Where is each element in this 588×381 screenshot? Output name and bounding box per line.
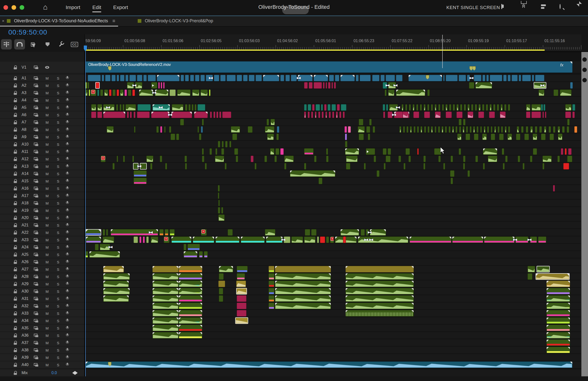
voiceover-record-icon[interactable] [66, 296, 69, 301]
clip[interactable] [567, 126, 569, 133]
clip[interactable] [169, 229, 174, 236]
clip[interactable] [332, 111, 334, 118]
clip[interactable] [317, 236, 319, 243]
voiceover-record-icon[interactable] [66, 326, 69, 330]
fade-handle-icon[interactable] [277, 75, 279, 77]
lock-icon[interactable] [14, 157, 17, 161]
fade-handle-icon[interactable] [546, 347, 549, 349]
clip[interactable] [527, 273, 532, 280]
track-lane-A32[interactable] [85, 303, 581, 309]
clip[interactable] [414, 126, 416, 133]
clip[interactable] [535, 75, 544, 81]
voiceover-record-icon[interactable] [66, 127, 69, 132]
mute-button[interactable]: M [45, 83, 49, 87]
fade-handle-icon[interactable] [536, 274, 538, 276]
clip[interactable] [134, 126, 135, 133]
sync-lock-icon[interactable] [34, 209, 38, 212]
clip[interactable] [567, 119, 570, 126]
clip[interactable] [445, 104, 447, 111]
clip[interactable] [320, 236, 325, 243]
clip[interactable] [137, 104, 151, 111]
lock-icon[interactable] [14, 282, 17, 286]
track-lane-A17[interactable] [85, 192, 581, 199]
fade-handle-icon[interactable] [406, 237, 408, 239]
clip[interactable] [179, 303, 202, 309]
voiceover-record-icon[interactable] [66, 201, 69, 205]
clip[interactable] [269, 288, 274, 295]
clip[interactable] [329, 75, 334, 81]
fade-handle-icon[interactable] [411, 303, 414, 305]
clip[interactable] [503, 163, 505, 169]
clip[interactable] [97, 111, 102, 118]
solo-button[interactable]: S [57, 157, 59, 161]
clip[interactable] [274, 156, 277, 162]
lock-icon[interactable] [14, 84, 17, 87]
clip[interactable] [546, 303, 570, 309]
clip[interactable] [291, 75, 297, 81]
clip[interactable] [275, 273, 331, 280]
mute-button[interactable]: M [45, 142, 49, 146]
lock-icon[interactable] [14, 260, 17, 264]
sync-lock-icon[interactable] [34, 282, 38, 286]
clip[interactable] [179, 325, 202, 331]
track-output-eye-icon[interactable] [45, 66, 49, 69]
clip[interactable] [417, 148, 419, 155]
clip[interactable] [420, 104, 422, 111]
solo-button[interactable]: S [57, 193, 59, 198]
clip[interactable] [478, 111, 484, 118]
lock-icon[interactable] [14, 348, 17, 352]
fade-handle-icon[interactable] [99, 237, 101, 239]
track-lane-A24[interactable]: ▶◀ [85, 244, 581, 250]
vertical-scrollbar[interactable] [581, 52, 588, 376]
fade-handle-icon[interactable] [103, 266, 105, 268]
track-lane-A34[interactable] [85, 317, 581, 324]
fade-handle-icon[interactable] [176, 296, 178, 298]
solo-button[interactable]: S [57, 171, 59, 176]
clip[interactable] [534, 82, 546, 89]
track-lane-A27[interactable] [85, 266, 581, 273]
clip[interactable] [179, 288, 202, 295]
clip[interactable] [237, 295, 247, 302]
solo-button[interactable]: S [57, 326, 59, 330]
fade-handle-icon[interactable] [179, 318, 181, 320]
mute-button[interactable]: M [45, 260, 49, 264]
clip[interactable] [408, 156, 411, 162]
mute-button[interactable]: M [45, 304, 49, 308]
clip[interactable] [251, 156, 253, 162]
clip[interactable] [471, 104, 473, 111]
clip[interactable] [103, 295, 129, 302]
fade-handle-icon[interactable] [567, 274, 569, 276]
clip[interactable] [315, 104, 320, 111]
clip[interactable] [219, 295, 223, 302]
clip[interactable] [120, 75, 125, 81]
clip[interactable] [558, 133, 563, 140]
clip[interactable] [533, 133, 537, 140]
fade-handle-icon[interactable] [176, 266, 178, 268]
clip[interactable] [192, 89, 199, 96]
clip[interactable] [308, 111, 310, 118]
timeline-clip-area[interactable]: OliverBrody-LOCK-V3-SoundReferenceV2.mov… [85, 52, 581, 376]
clip[interactable] [372, 75, 379, 81]
mute-button[interactable]: M [45, 127, 49, 132]
fade-handle-icon[interactable] [179, 288, 181, 290]
clip[interactable] [546, 295, 570, 302]
fade-handle-icon[interactable] [153, 325, 155, 327]
fade-handle-icon[interactable] [103, 288, 105, 290]
keyframe-bowtie-icon[interactable] [75, 371, 78, 375]
sync-lock-icon[interactable] [34, 268, 38, 271]
fade-handle-icon[interactable] [200, 281, 202, 283]
clip[interactable] [459, 126, 461, 133]
clip[interactable] [459, 148, 461, 155]
lock-icon[interactable] [14, 223, 17, 227]
clip[interactable] [170, 133, 175, 140]
clip[interactable] [366, 126, 370, 133]
clip[interactable] [388, 89, 395, 96]
clip[interactable] [345, 133, 347, 140]
clip[interactable] [309, 82, 313, 89]
sync-lock-icon[interactable] [34, 76, 38, 80]
fade-handle-icon[interactable] [179, 281, 181, 283]
clip[interactable] [180, 119, 184, 126]
clip[interactable] [490, 75, 502, 81]
clip[interactable] [533, 148, 537, 155]
lock-icon[interactable] [14, 209, 17, 212]
